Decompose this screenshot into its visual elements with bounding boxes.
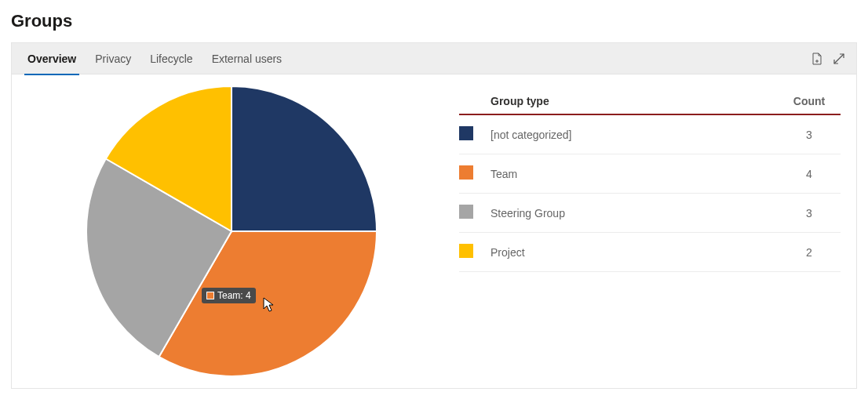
legend-label: Team [491, 154, 778, 194]
col-header-type: Group type [491, 90, 778, 114]
expand-icon [833, 53, 844, 64]
legend-count: 2 [778, 233, 841, 272]
page-title: Groups [11, 11, 857, 31]
col-header-count: Count [778, 90, 841, 114]
export-button[interactable] [806, 48, 828, 70]
document-export-icon [811, 53, 823, 65]
legend-count: 4 [778, 154, 841, 194]
legend-swatch [459, 205, 473, 219]
legend-label: [not categorized] [491, 114, 778, 154]
pie-chart[interactable]: Team: 4 [12, 74, 443, 388]
table-row[interactable]: [not categorized]3 [459, 114, 841, 154]
tab-external-users[interactable]: External users [202, 43, 291, 74]
table-row[interactable]: Team4 [459, 154, 841, 194]
legend-swatch [459, 244, 473, 258]
legend-count: 3 [778, 114, 841, 154]
table-row[interactable]: Project2 [459, 233, 841, 272]
tab-bar: Overview Privacy Lifecycle External user… [12, 43, 856, 74]
tab-privacy[interactable]: Privacy [86, 43, 140, 74]
legend-table-area: Group type Count [not categorized]3Team4… [443, 74, 856, 388]
legend-label: Steering Group [491, 194, 778, 233]
legend-count: 3 [778, 194, 841, 233]
table-row[interactable]: Steering Group3 [459, 194, 841, 233]
legend-swatch [459, 165, 473, 180]
legend-table: Group type Count [not categorized]3Team4… [459, 90, 841, 272]
tab-lifecycle[interactable]: Lifecycle [140, 43, 202, 74]
tab-overview[interactable]: Overview [18, 43, 86, 74]
fullscreen-button[interactable] [828, 48, 850, 70]
legend-swatch [459, 126, 473, 140]
groups-panel: Overview Privacy Lifecycle External user… [11, 42, 857, 389]
pie-slice[interactable] [232, 86, 377, 231]
legend-label: Project [491, 233, 778, 272]
